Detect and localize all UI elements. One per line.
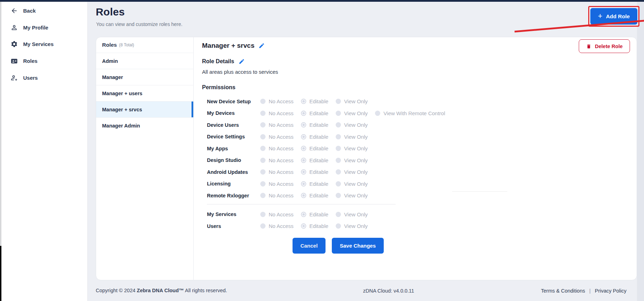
radio-selected-icon[interactable]: [301, 99, 306, 104]
edit-role-details-icon[interactable]: [239, 58, 245, 65]
radio-unselected-icon[interactable]: [336, 99, 341, 104]
radio-option-no-access[interactable]: No Access: [260, 223, 294, 229]
radio-option-view-only[interactable]: View Only: [336, 145, 368, 151]
radio-unselected-icon[interactable]: [260, 181, 266, 187]
radio-selected-icon[interactable]: [301, 146, 306, 151]
radio-option-no-access[interactable]: No Access: [260, 157, 294, 163]
back-arrow-icon: [10, 7, 18, 15]
radio-unselected-icon[interactable]: [336, 212, 341, 217]
add-role-button[interactable]: + Add Role: [590, 8, 637, 25]
radio-option-view-only[interactable]: View Only: [336, 223, 368, 229]
radio-option-editable[interactable]: Editable: [301, 192, 328, 198]
permission-options: No AccessEditableView Only: [260, 145, 375, 151]
radio-unselected-icon[interactable]: [336, 223, 341, 229]
radio-unselected-icon[interactable]: [336, 193, 341, 198]
permission-label: Device Settings: [207, 134, 260, 139]
delete-role-button[interactable]: Delete Role: [579, 39, 630, 53]
radio-option-no-access[interactable]: No Access: [260, 192, 294, 198]
radio-unselected-icon[interactable]: [260, 146, 266, 151]
radio-option-label: Editable: [309, 181, 328, 187]
radio-selected-icon[interactable]: [301, 158, 306, 163]
radio-option-no-access[interactable]: No Access: [260, 110, 294, 116]
radio-option-editable[interactable]: Editable: [301, 122, 328, 128]
radio-selected-icon[interactable]: [301, 181, 306, 187]
footer-link-privacy-policy[interactable]: Privacy Policy: [595, 288, 626, 294]
cancel-button[interactable]: Cancel: [293, 238, 326, 254]
role-list-item-manager-srvcs[interactable]: Manager + srvcs: [96, 101, 193, 117]
footer-link-terms-conditions[interactable]: Terms & Conditions: [541, 288, 585, 294]
radio-unselected-icon[interactable]: [336, 134, 341, 139]
radio-option-view-only[interactable]: View Only: [336, 110, 368, 116]
save-changes-button[interactable]: Save Changes: [332, 238, 384, 254]
radio-option-editable[interactable]: Editable: [301, 145, 328, 151]
sidebar-item-users[interactable]: Users: [1, 69, 87, 86]
radio-unselected-icon[interactable]: [375, 111, 380, 116]
radio-option-label: Editable: [309, 211, 328, 217]
sidebar-item-label: My Profile: [23, 25, 48, 31]
radio-option-no-access[interactable]: No Access: [260, 211, 294, 217]
radio-unselected-icon[interactable]: [260, 193, 266, 198]
radio-option-editable[interactable]: Editable: [301, 211, 328, 217]
radio-unselected-icon[interactable]: [336, 146, 341, 151]
radio-selected-icon[interactable]: [301, 122, 306, 127]
radio-option-label: No Access: [269, 122, 294, 128]
radio-unselected-icon[interactable]: [336, 181, 341, 187]
radio-unselected-icon[interactable]: [336, 158, 341, 163]
radio-option-view-only[interactable]: View Only: [336, 157, 368, 163]
radio-selected-icon[interactable]: [301, 223, 306, 229]
footer-copyright: Copyright © 2024 Zebra DNA Cloud™ All ri…: [96, 288, 227, 293]
radio-selected-icon[interactable]: [301, 134, 306, 139]
radio-unselected-icon[interactable]: [260, 122, 266, 127]
radio-unselected-icon[interactable]: [260, 158, 266, 163]
radio-option-editable[interactable]: Editable: [301, 223, 328, 229]
role-list-item-manager-users[interactable]: Manager + users: [96, 85, 193, 101]
radio-option-view-only[interactable]: View Only: [336, 211, 368, 217]
radio-option-view-with-remote-control[interactable]: View With Remote Control: [375, 110, 445, 116]
radio-option-view-only[interactable]: View Only: [336, 192, 368, 198]
role-list-item-manager-admin[interactable]: Manager Admin: [96, 117, 193, 133]
radio-option-no-access[interactable]: No Access: [260, 145, 294, 151]
radio-selected-icon[interactable]: [301, 193, 306, 198]
radio-selected-icon[interactable]: [301, 111, 306, 116]
radio-option-editable[interactable]: Editable: [301, 157, 328, 163]
radio-option-no-access[interactable]: No Access: [260, 169, 294, 175]
radio-unselected-icon[interactable]: [260, 134, 266, 139]
scrollbar-gutter[interactable]: [637, 2, 644, 301]
radio-option-view-only[interactable]: View Only: [336, 98, 368, 104]
radio-option-label: View With Remote Control: [383, 110, 445, 116]
radio-option-no-access[interactable]: No Access: [260, 122, 294, 128]
radio-option-editable[interactable]: Editable: [301, 98, 328, 104]
radio-selected-icon[interactable]: [301, 212, 306, 217]
radio-option-view-only[interactable]: View Only: [336, 181, 368, 187]
radio-unselected-icon[interactable]: [260, 212, 266, 217]
radio-option-editable[interactable]: Editable: [301, 181, 328, 187]
radio-unselected-icon[interactable]: [260, 223, 266, 229]
radio-unselected-icon[interactable]: [260, 99, 266, 104]
radio-option-label: No Access: [269, 192, 294, 198]
radio-option-editable[interactable]: Editable: [301, 169, 328, 175]
radio-selected-icon[interactable]: [301, 169, 306, 175]
radio-option-no-access[interactable]: No Access: [260, 134, 294, 140]
radio-unselected-icon[interactable]: [336, 122, 341, 127]
radio-option-view-only[interactable]: View Only: [336, 134, 368, 140]
sidebar-item-my-services[interactable]: My Services: [1, 36, 87, 53]
radio-option-view-only[interactable]: View Only: [336, 169, 368, 175]
radio-option-no-access[interactable]: No Access: [260, 98, 294, 104]
radio-option-no-access[interactable]: No Access: [260, 181, 294, 187]
role-list-item-manager[interactable]: Manager: [96, 69, 193, 85]
sidebar-item-back[interactable]: Back: [1, 2, 87, 19]
role-list-item-admin[interactable]: Admin: [96, 53, 193, 69]
radio-option-editable[interactable]: Editable: [301, 134, 328, 140]
radio-unselected-icon[interactable]: [260, 111, 266, 116]
radio-option-view-only[interactable]: View Only: [336, 122, 368, 128]
radio-option-label: No Access: [269, 169, 294, 175]
sidebar-item-my-profile[interactable]: My Profile: [1, 19, 87, 36]
sidebar-item-roles[interactable]: Roles: [1, 53, 87, 70]
radio-option-editable[interactable]: Editable: [301, 110, 328, 116]
radio-unselected-icon[interactable]: [336, 169, 341, 175]
permission-options: No AccessEditableView Only: [260, 223, 375, 229]
edit-role-name-icon[interactable]: [259, 42, 265, 49]
radio-unselected-icon[interactable]: [336, 111, 341, 116]
radio-unselected-icon[interactable]: [260, 169, 266, 175]
role-description: All areas plus access to services: [202, 69, 637, 76]
